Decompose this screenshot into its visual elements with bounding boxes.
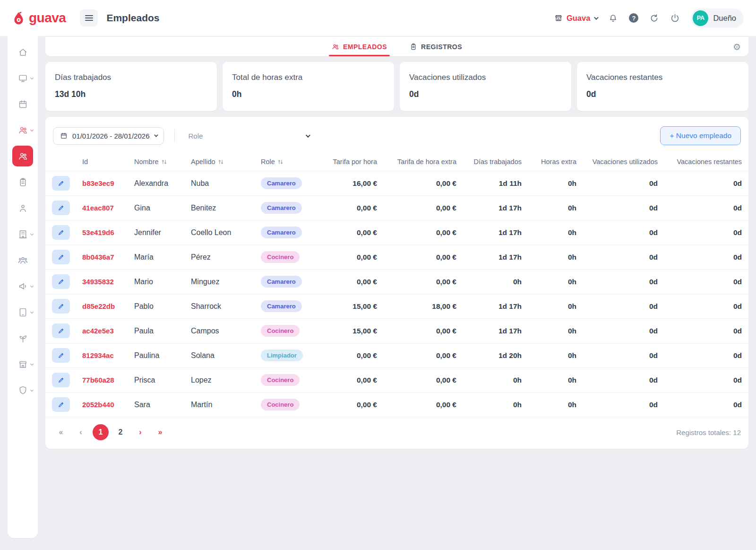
cell-id[interactable]: 77b60a28: [76, 368, 128, 393]
pencil-icon: [58, 401, 65, 408]
cell-horas_extra: 0h: [528, 294, 583, 319]
edit-button[interactable]: [52, 299, 70, 314]
edit-button[interactable]: [52, 225, 70, 240]
table-row: 41eac807GinaBenitezCamarero0,00 €0,00 €1…: [45, 196, 748, 220]
cell-tarifa_hora_extra: 0,00 €: [384, 343, 463, 368]
pagination-next-button[interactable]: ›: [132, 424, 148, 440]
edit-button[interactable]: [52, 323, 70, 338]
date-range-picker[interactable]: 01/01/2026 - 28/01/2026: [53, 127, 164, 145]
cell-tarifa_hora_extra: 18,00 €: [384, 294, 463, 319]
cell-id[interactable]: ac42e5e3: [76, 319, 128, 343]
column-header-nombre[interactable]: Nombre: [128, 154, 184, 171]
sidebar-item-employees[interactable]: [12, 146, 33, 166]
cell-tarifa_por_hora: 0,00 €: [323, 343, 384, 368]
cell-id[interactable]: 2052b440: [76, 393, 128, 417]
edit-button[interactable]: [52, 201, 70, 215]
question-icon: ?: [629, 13, 638, 23]
pagination-last-button[interactable]: »: [152, 424, 168, 440]
cell-id[interactable]: d85e22db: [76, 294, 128, 319]
settings-button[interactable]: ⚙: [733, 42, 741, 52]
sidebar-item-business[interactable]: [12, 224, 33, 244]
sidebar-item-devices[interactable]: [12, 302, 33, 323]
cell-vac_restantes: 0d: [664, 294, 748, 319]
new-employee-button[interactable]: + Nuevo empleado: [660, 126, 741, 145]
column-header-dias_trabajados: Días trabajados: [463, 154, 528, 171]
store-selector[interactable]: Guava: [554, 14, 597, 23]
clipboard-icon: [410, 43, 417, 51]
stat-label: Vacaciones restantes: [586, 73, 739, 82]
cell-id[interactable]: 34935832: [76, 270, 128, 294]
chevron-down-icon: [594, 15, 599, 20]
pagination-page-2[interactable]: 2: [112, 424, 129, 440]
table-row: b83e3ec9AlexandraNubaCamarero16,00 €0,00…: [45, 171, 748, 196]
cell-id[interactable]: 812934ac: [76, 343, 128, 368]
cell-tarifa_hora_extra: 0,00 €: [384, 171, 463, 196]
cell-horas_extra: 0h: [528, 343, 583, 368]
tab-empleados[interactable]: EMPLEADOS: [332, 37, 387, 56]
cell-tarifa_por_hora: 0,00 €: [323, 245, 384, 270]
role-filter-select[interactable]: Role: [185, 129, 312, 143]
cell-apellido: Martín: [184, 393, 254, 417]
gear-icon: ⚙: [733, 42, 741, 52]
pagination-first-button[interactable]: «: [53, 424, 69, 440]
refresh-icon: [649, 13, 659, 23]
cell-id[interactable]: b83e3ec9: [76, 171, 128, 196]
cell-id[interactable]: 8b0436a7: [76, 245, 128, 270]
help-button[interactable]: ?: [629, 13, 638, 23]
sort-icon: [218, 159, 224, 165]
table-row: 34935832MarioMinguezCamarero0,00 €0,00 €…: [45, 270, 748, 294]
cell-vac_utilizados: 0d: [583, 245, 664, 270]
sidebar-item-store[interactable]: [12, 354, 33, 375]
notifications-button[interactable]: [608, 13, 618, 23]
pagination-page-1[interactable]: 1: [93, 424, 109, 440]
column-header-role[interactable]: Role: [254, 154, 323, 171]
logo: guava: [12, 10, 66, 26]
building-icon: [18, 229, 28, 239]
user-menu[interactable]: PA Dueño: [691, 9, 744, 28]
stat-value: 0d: [586, 89, 739, 99]
edit-button[interactable]: [52, 373, 70, 387]
sidebar-item-calendar[interactable]: [12, 94, 33, 114]
stat-card-horas-extra: Total de horas extra 0h: [223, 62, 394, 111]
sidebar-item-marketing[interactable]: [12, 276, 33, 297]
edit-button[interactable]: [52, 397, 70, 412]
edit-button[interactable]: [52, 348, 70, 363]
cell-dias_trabajados: 0h: [463, 393, 528, 417]
records-total: Registros totales: 12: [676, 428, 741, 437]
sort-icon: [161, 159, 167, 165]
sidebar-item-pos[interactable]: [12, 68, 33, 88]
avatar: PA: [693, 10, 708, 26]
refresh-button[interactable]: [649, 13, 659, 23]
sidebar-item-staff[interactable]: [12, 198, 33, 218]
sidebar-item-services[interactable]: [12, 328, 33, 349]
chevron-down-icon: [30, 128, 34, 131]
sidebar: [8, 36, 38, 538]
pencil-icon: [58, 352, 65, 359]
cell-tarifa_por_hora: 0,00 €: [323, 196, 384, 220]
cell-id[interactable]: 41eac807: [76, 196, 128, 220]
cell-vac_restantes: 0d: [664, 270, 748, 294]
pagination-prev-button[interactable]: ‹: [73, 424, 89, 440]
logout-button[interactable]: [670, 13, 680, 23]
person-icon: [18, 203, 28, 213]
edit-button[interactable]: [52, 250, 70, 264]
power-icon: [670, 13, 680, 23]
cell-horas_extra: 0h: [528, 368, 583, 393]
tab-registros[interactable]: REGISTROS: [410, 37, 462, 56]
stat-value: 13d 10h: [55, 89, 207, 99]
cell-dias_trabajados: 1d 17h: [463, 245, 528, 270]
sidebar-item-security[interactable]: [12, 380, 33, 401]
sidebar-item-customers[interactable]: [12, 250, 33, 271]
column-header-apellido[interactable]: Apellido: [184, 154, 254, 171]
edit-button[interactable]: [52, 274, 70, 289]
edit-button[interactable]: [52, 176, 70, 191]
column-header-tarifa_hora_extra: Tarifa de hora extra: [384, 154, 463, 171]
cell-id[interactable]: 53e419d6: [76, 220, 128, 245]
cell-vac_utilizados: 0d: [583, 220, 664, 245]
sidebar-group-employees[interactable]: [12, 120, 33, 140]
menu-button[interactable]: [80, 9, 98, 26]
cell-horas_extra: 0h: [528, 171, 583, 196]
sidebar-item-records[interactable]: [12, 172, 33, 192]
sidebar-item-home[interactable]: [12, 42, 33, 62]
pencil-icon: [58, 180, 65, 187]
